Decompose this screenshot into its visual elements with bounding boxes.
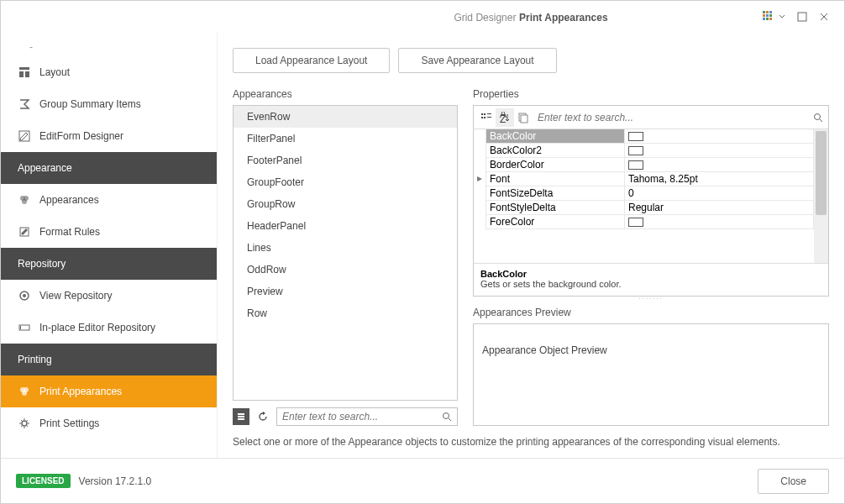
appearance-item[interactable]: FilterPanel — [234, 128, 457, 150]
sidebar-item-appearances[interactable]: Appearances — [1, 184, 217, 216]
appearance-item[interactable]: HeaderPanel — [234, 215, 457, 237]
appearance-item[interactable]: FooterPanel — [234, 150, 457, 171]
search-icon[interactable] — [442, 412, 452, 422]
appearance-item[interactable]: Row — [234, 302, 457, 324]
appearance-item[interactable]: GroupRow — [234, 193, 457, 215]
splitter[interactable]: ······· — [473, 295, 829, 307]
property-row[interactable]: ForeColor — [474, 215, 814, 229]
sidebar-item-editform-designer[interactable]: EditForm Designer — [1, 120, 217, 152]
svg-rect-33 — [481, 117, 483, 118]
appearances-list[interactable]: EvenRowFilterPanelFooterPanelGroupFooter… — [233, 105, 458, 401]
sidebar-item-label: Layout — [39, 66, 70, 78]
svg-rect-7 — [766, 18, 769, 20]
svg-rect-13 — [19, 131, 29, 141]
expand-icon — [474, 201, 485, 215]
property-name: FontStyleDelta — [485, 201, 625, 215]
property-row[interactable]: FontStyleDeltaRegular — [474, 201, 814, 215]
appearances-header: Appearances — [233, 88, 458, 100]
expand-icon — [474, 129, 485, 144]
categorize-icon[interactable] — [477, 108, 496, 127]
sidebar-item-layout[interactable]: Layout — [1, 56, 217, 88]
sidebar-item-view-repository[interactable]: View Repository — [1, 280, 217, 312]
svg-point-41 — [815, 113, 821, 119]
license-badge: LICENSED — [16, 474, 71, 488]
sidebar-item-label: View Repository — [39, 290, 112, 302]
sidebar-category: Printing — [1, 344, 217, 375]
expand-icon — [474, 186, 485, 201]
save-appearance-button[interactable]: Save Appearance Layout — [398, 48, 556, 73]
svg-rect-27 — [238, 416, 244, 417]
close-icon[interactable] — [819, 12, 829, 22]
appearance-item[interactable]: Preview — [234, 281, 457, 302]
grid-picker-icon[interactable] — [762, 10, 775, 24]
property-row[interactable]: BackColor — [474, 129, 814, 144]
property-name: BorderColor — [485, 158, 625, 172]
svg-rect-9 — [798, 13, 806, 21]
appearance-item[interactable]: OddRow — [234, 259, 457, 281]
load-appearance-button[interactable]: Load Appearance Layout — [233, 48, 390, 73]
svg-rect-0 — [763, 11, 765, 13]
appearance-item[interactable]: Lines — [234, 237, 457, 259]
svg-rect-12 — [25, 71, 29, 77]
color-swatch — [628, 132, 643, 141]
sidebar-item-label: Format Rules — [39, 226, 100, 238]
svg-rect-11 — [19, 71, 24, 77]
property-row[interactable]: BorderColor — [474, 158, 814, 172]
appearance-item[interactable]: GroupFooter — [234, 171, 457, 193]
select-all-icon[interactable] — [233, 408, 249, 425]
view-repository-icon — [18, 289, 31, 302]
appearances-search-input[interactable] — [282, 411, 442, 423]
expand-icon[interactable]: ▸ — [474, 172, 485, 186]
property-value[interactable]: 0 — [625, 186, 814, 201]
sidebar-item-in-place-editor-repository[interactable]: In-place Editor Repository — [1, 312, 217, 344]
svg-rect-3 — [763, 14, 765, 17]
dropdown-icon[interactable] — [779, 13, 785, 20]
svg-rect-4 — [766, 14, 769, 17]
sidebar-item-print-appearances[interactable]: Print Appearances — [1, 375, 217, 407]
property-value[interactable] — [625, 129, 814, 144]
sidebar-item-label: In-place Editor Repository — [39, 322, 155, 333]
svg-rect-5 — [769, 14, 772, 17]
sort-az-icon[interactable]: AZ — [496, 108, 514, 127]
sidebar-category: Appearance — [1, 152, 217, 184]
property-value[interactable] — [625, 144, 814, 158]
property-value[interactable] — [625, 158, 814, 172]
property-row[interactable]: ▸FontTahoma, 8.25pt — [474, 172, 814, 186]
properties-search-input[interactable] — [538, 112, 813, 123]
search-icon[interactable] — [813, 113, 823, 123]
sidebar-item-format-rules[interactable]: Format Rules — [1, 216, 217, 248]
scrollbar[interactable] — [814, 129, 828, 263]
property-pages-icon[interactable] — [514, 108, 533, 127]
property-value[interactable] — [625, 215, 814, 229]
window-title: Grid Designer Print Appearances — [218, 11, 844, 24]
in-place-editor-repository-icon — [18, 321, 31, 334]
sidebar-item-label: Print Appearances — [39, 386, 122, 397]
svg-point-16 — [22, 199, 27, 204]
svg-line-42 — [820, 119, 822, 122]
sidebar-item-print-settings[interactable]: Print Settings — [1, 407, 217, 439]
expand-icon — [474, 144, 485, 158]
svg-text:Z: Z — [500, 113, 506, 123]
svg-rect-36 — [487, 117, 491, 118]
svg-rect-35 — [487, 113, 491, 114]
sidebar-item-label: EditForm Designer — [39, 130, 123, 142]
svg-rect-28 — [238, 418, 244, 420]
property-grid[interactable]: AZ BackColorBackColor2Bo — [473, 105, 829, 297]
sidebar-item-label: Appearances — [39, 194, 99, 206]
property-value[interactable]: Regular — [625, 201, 814, 215]
format-rules-icon — [18, 225, 31, 239]
refresh-icon[interactable] — [255, 408, 271, 425]
maximize-icon[interactable] — [797, 12, 807, 22]
property-value[interactable]: Tahoma, 8.25pt — [625, 172, 814, 186]
close-button[interactable]: Close — [758, 469, 829, 494]
property-desc-name: BackColor — [480, 269, 821, 279]
color-swatch — [628, 218, 643, 227]
sidebar-item-group-summary-items[interactable]: Group Summary Items — [1, 88, 217, 120]
group-summary-items-icon — [18, 97, 31, 111]
layout-icon — [18, 66, 31, 79]
property-name: BackColor — [485, 129, 625, 144]
property-row[interactable]: BackColor2 — [474, 144, 814, 158]
appearance-item[interactable]: EvenRow — [234, 106, 457, 128]
property-row[interactable]: FontSizeDelta0 — [474, 186, 814, 201]
appearances-search[interactable] — [276, 407, 458, 426]
